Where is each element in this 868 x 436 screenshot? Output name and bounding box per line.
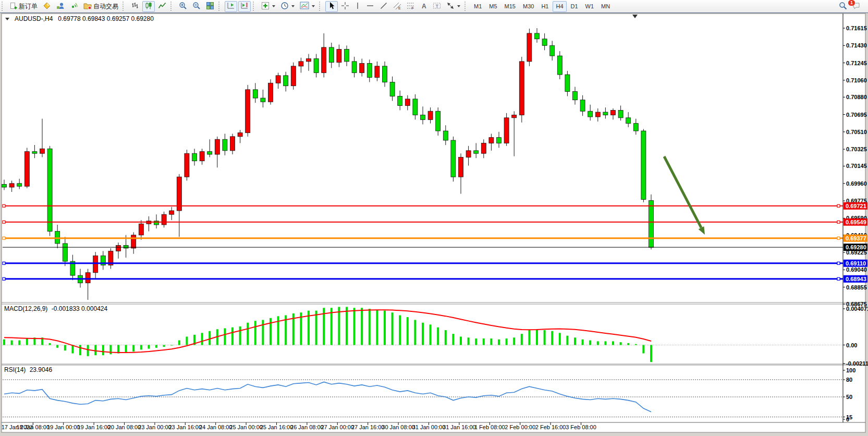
chevron-down-icon	[312, 5, 315, 7]
community-button[interactable]	[54, 1, 67, 12]
toolbar-grip[interactable]	[170, 2, 175, 11]
svg-text:20 Jan 08:00: 20 Jan 08:00	[108, 424, 141, 430]
timeframe-m15-button[interactable]: M15	[502, 1, 519, 12]
chevron-down-icon	[291, 5, 295, 7]
autotrading-label: 自动交易	[93, 2, 118, 11]
svg-text:0.69721: 0.69721	[846, 203, 866, 209]
svg-text:0.69960: 0.69960	[846, 180, 867, 187]
svg-text:0.68943: 0.68943	[846, 276, 866, 282]
toolbar-grip[interactable]	[319, 2, 323, 11]
zoom-out-icon	[192, 2, 201, 11]
cursor-tool-button[interactable]	[325, 1, 338, 12]
channel-tool-button[interactable]: E	[391, 1, 404, 12]
svg-text:0.70325: 0.70325	[846, 146, 867, 152]
svg-text:0.70145: 0.70145	[846, 163, 867, 169]
svg-text:18 Jan 08:00: 18 Jan 08:00	[16, 424, 50, 430]
auto-scroll-button[interactable]	[225, 1, 237, 12]
clock-icon	[280, 2, 289, 11]
svg-text:0.68855: 0.68855	[846, 284, 867, 290]
svg-text:0.69280: 0.69280	[846, 244, 866, 250]
template-icon	[300, 2, 309, 11]
svg-text:0.69549: 0.69549	[846, 219, 866, 225]
periods-button[interactable]	[278, 1, 297, 12]
svg-text:31 Jan 16:00: 31 Jan 16:00	[443, 424, 476, 430]
svg-text:23 Jan 16:00: 23 Jan 16:00	[168, 424, 202, 430]
svg-text:F: F	[412, 6, 414, 10]
candlestick-chart-button[interactable]	[142, 1, 155, 12]
auto-scroll-icon	[227, 2, 235, 11]
svg-text:27 Jan 00:00: 27 Jan 00:00	[321, 424, 354, 430]
vertical-line-icon	[354, 2, 361, 11]
timeframe-m5-button[interactable]: M5	[486, 1, 500, 12]
toolbar-grip[interactable]	[218, 2, 223, 11]
vertical-line-tool-button[interactable]	[352, 1, 363, 12]
chevron-down-icon	[457, 5, 460, 7]
search-icon	[839, 2, 847, 11]
chat-button[interactable]: 1	[850, 1, 864, 12]
crosshair-icon	[341, 2, 349, 11]
chart-canvas[interactable]: 0.716150.714300.712450.710600.708800.706…	[0, 0, 868, 436]
arrows-tool-button[interactable]	[444, 1, 462, 12]
timeframe-h4-button[interactable]: H4	[553, 1, 566, 12]
horizontal-line-icon	[366, 2, 374, 11]
svg-text:0.71060: 0.71060	[846, 77, 867, 83]
svg-text:25 Jan 16:00: 25 Jan 16:00	[260, 424, 294, 430]
chat-badge: 1	[848, 0, 855, 6]
bar-chart-button[interactable]	[129, 1, 141, 12]
zoom-in-button[interactable]	[177, 1, 189, 12]
signal-icon	[70, 2, 78, 11]
svg-text:E: E	[398, 6, 401, 10]
bar-chart-icon	[131, 2, 139, 11]
toolbar-grip[interactable]	[464, 2, 469, 11]
timeframe-h1-button[interactable]: H1	[538, 1, 552, 12]
timeframe-mn-button[interactable]: MN	[598, 1, 613, 12]
crosshair-tool-button[interactable]	[339, 1, 351, 12]
tile-windows-button[interactable]	[204, 1, 216, 12]
templates-button[interactable]	[298, 1, 317, 12]
svg-text:3 Feb 08:00: 3 Feb 08:00	[566, 424, 596, 430]
tile-windows-icon	[206, 2, 214, 11]
fibonacci-icon: F	[407, 2, 415, 11]
market-depth-button[interactable]	[41, 1, 53, 12]
svg-text:0.69110: 0.69110	[846, 260, 866, 267]
svg-text:2 Feb 16:00: 2 Feb 16:00	[535, 424, 566, 430]
signals-button[interactable]	[68, 1, 80, 12]
chart-shift-button[interactable]	[238, 1, 251, 12]
svg-text:A: A	[422, 2, 426, 9]
new-order-label: 新订单	[19, 2, 38, 11]
indicators-icon	[261, 2, 270, 11]
timeframe-m1-button[interactable]: M1	[471, 1, 485, 12]
svg-text:0.71615: 0.71615	[846, 25, 867, 31]
timeframe-w1-button[interactable]: W1	[582, 1, 597, 12]
svg-text:0.69377: 0.69377	[846, 235, 866, 241]
svg-text:-0.002114: -0.002114	[846, 360, 868, 367]
fibonacci-tool-button[interactable]: F	[405, 1, 417, 12]
toolbar-grip[interactable]	[2, 2, 6, 11]
text-tool-button[interactable]: A	[418, 1, 430, 12]
svg-text:0.70510: 0.70510	[846, 129, 867, 135]
timeframe-m30-button[interactable]: M30	[520, 1, 537, 12]
horizontal-line-tool-button[interactable]	[364, 1, 376, 12]
trendline-icon	[380, 2, 388, 11]
new-order-icon	[10, 2, 17, 11]
svg-text:T: T	[436, 3, 439, 8]
zoom-out-button[interactable]	[190, 1, 203, 12]
label-tool-button[interactable]: T	[431, 1, 443, 12]
arrows-icon	[446, 2, 455, 11]
toolbar: 新订单 自动交易	[0, 0, 868, 13]
new-order-button[interactable]: 新订单	[8, 1, 40, 12]
line-chart-button[interactable]	[156, 1, 168, 12]
indicators-button[interactable]	[259, 1, 277, 12]
toolbar-grip[interactable]	[253, 2, 257, 11]
toolbar-grip[interactable]	[123, 2, 127, 11]
trendline-tool-button[interactable]	[377, 1, 390, 12]
zoom-in-icon	[179, 2, 187, 11]
svg-text:50: 50	[846, 394, 852, 400]
timeframe-d1-button[interactable]: D1	[568, 1, 581, 12]
svg-text:1 Feb 08:00: 1 Feb 08:00	[474, 424, 505, 430]
candlestick-icon	[144, 2, 153, 11]
search-button[interactable]	[837, 1, 849, 12]
autotrading-button[interactable]: 自动交易	[81, 1, 120, 12]
svg-text:100: 100	[846, 367, 855, 373]
chevron-down-icon	[272, 5, 275, 7]
